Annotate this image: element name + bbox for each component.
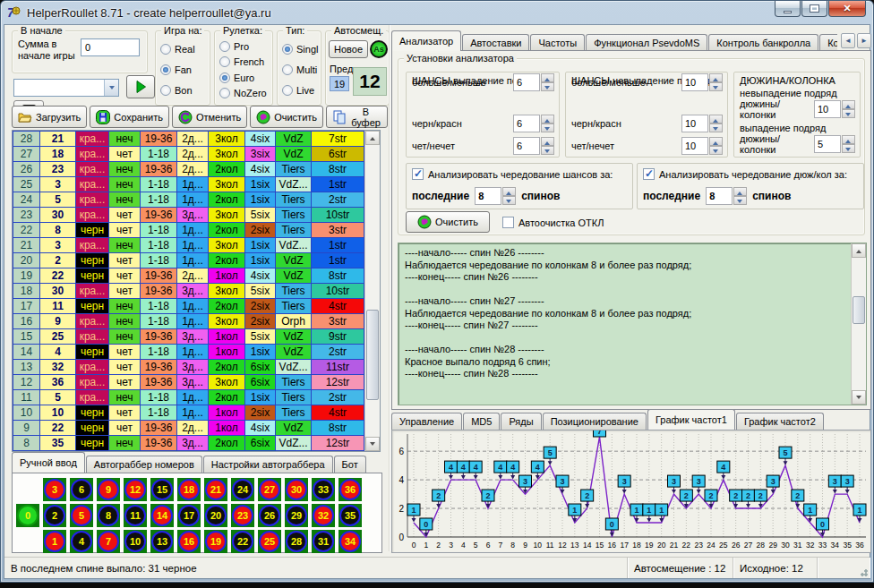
spinner[interactable]: 10 (681, 73, 723, 91)
num-button-16[interactable]: 16 (177, 530, 201, 553)
tab-functional-psevdoms[interactable]: Функционал PsevdoMS (586, 34, 707, 51)
spinner-down-icon[interactable] (709, 82, 723, 91)
autoshift-as-button[interactable]: As (370, 40, 388, 58)
num-button-33[interactable]: 33 (312, 478, 335, 501)
alt-dozens-checkbox[interactable] (643, 168, 655, 180)
num-button-28[interactable]: 28 (285, 530, 308, 553)
spinner-up-icon[interactable] (709, 73, 723, 82)
vertical-splitter[interactable] (389, 25, 390, 551)
num-button-18[interactable]: 18 (177, 478, 201, 501)
num-button-11[interactable]: 11 (124, 504, 147, 527)
load-button[interactable]: Загрузить (12, 106, 87, 128)
radio-dot[interactable] (219, 41, 230, 52)
spinner-value[interactable]: 6 (513, 73, 540, 91)
spin-row-26[interactable]: 2623кра...неч19-362д...2кол4sixTiers8str (13, 162, 364, 177)
num-button-35[interactable]: 35 (338, 504, 362, 527)
alt-chances-checkbox[interactable] (412, 168, 424, 180)
spinner-value[interactable]: 6 (513, 137, 540, 155)
tab-rows[interactable]: Ряды (501, 413, 541, 430)
copy-buffer-button[interactable]: В буфер (326, 106, 388, 128)
titlebar[interactable]: 7 HelperRoullet 8.71 - create helperroul… (1, 1, 873, 24)
tab-scroll-left[interactable]: ◄ (841, 33, 855, 48)
num-button-4[interactable]: 4 (70, 530, 93, 553)
spinner-down-icon[interactable] (733, 196, 747, 205)
num-button-22[interactable]: 22 (231, 530, 254, 553)
num-button-1[interactable]: 1 (43, 530, 66, 553)
spinner-up-icon[interactable] (842, 100, 855, 109)
spinner[interactable]: 5 (814, 135, 855, 153)
clear-log-button[interactable]: Очистить (406, 211, 490, 233)
spinner-down-icon[interactable] (842, 109, 855, 118)
num-button-32[interactable]: 32 (312, 504, 335, 527)
tab-bot[interactable]: Бот (334, 456, 366, 473)
spinner-value[interactable]: 10 (681, 115, 708, 132)
spinner-up-icon[interactable] (842, 135, 855, 144)
tab-frequencies[interactable]: Частоты (530, 34, 585, 51)
num-button-20[interactable]: 20 (204, 504, 227, 527)
radio-pro[interactable]: Pro (219, 41, 270, 52)
num-button-9[interactable]: 9 (97, 478, 120, 501)
radio-dot[interactable] (219, 56, 230, 67)
spin-row-12[interactable]: 1236кра...чет19-363д...3кол6sixTiers12st… (13, 375, 364, 390)
num-button-13[interactable]: 13 (150, 530, 174, 553)
radio-bon[interactable]: Bon (160, 85, 208, 96)
spin-row-22[interactable]: 228чернчет1-181д...2кол2sixTiers3str (13, 223, 364, 238)
spin-row-23[interactable]: 2330кра...чет19-363д...3кол5sixTiers10st… (13, 208, 364, 223)
radio-multi[interactable]: Multi (282, 64, 319, 75)
radio-dot[interactable] (160, 85, 171, 96)
num-button-8[interactable]: 8 (97, 504, 120, 527)
spin-row-25[interactable]: 253кра...неч1-181д...3кол1sixVdZ...1str (13, 177, 364, 192)
spin-row-10[interactable]: 1010чернчет1-181д...1кол2sixTiers4str (13, 405, 364, 421)
session-combo[interactable] (13, 79, 119, 97)
resize-grip[interactable] (857, 566, 868, 576)
num-button-26[interactable]: 26 (258, 504, 281, 527)
spinner-up-icon[interactable] (541, 115, 554, 124)
spinner[interactable]: 6 (513, 115, 554, 132)
radio-dot[interactable] (282, 64, 293, 75)
spin-row-21[interactable]: 213кра...неч1-181д...3кол1sixVdZ...1str (13, 238, 364, 253)
radio-dot[interactable] (219, 88, 230, 98)
radio-euro[interactable]: Euro (219, 72, 270, 83)
save-button[interactable]: Сохранить (90, 106, 169, 128)
tab-analyzer[interactable]: Анализатор (391, 30, 461, 51)
spinner-down-icon[interactable] (502, 196, 516, 205)
spin-row-8[interactable]: 835черннеч19-363д...2кол6sixVdZ...12str (13, 436, 364, 451)
spinner[interactable]: 10 (681, 137, 723, 155)
num-button-10[interactable]: 10 (124, 530, 147, 553)
spinner[interactable]: 6 (513, 73, 554, 91)
tab-autograbber-settings[interactable]: Настройки автограббера (203, 456, 333, 473)
spin-row-18[interactable]: 1830кра...чет19-363д...3кол5sixTiers10st… (13, 284, 364, 299)
num-button-0[interactable]: 0 (16, 504, 39, 527)
spinner[interactable]: 10 (681, 115, 723, 132)
scroll-down-icon[interactable] (365, 437, 380, 451)
radio-dot[interactable] (160, 44, 171, 55)
spin-row-14[interactable]: 144чернчет1-181д...1кол1sixVdZ2str (13, 345, 364, 360)
table-scrollbar[interactable] (364, 131, 380, 451)
radio-dot[interactable] (282, 44, 293, 55)
spin-row-28[interactable]: 2821кра...неч19-362д...3кол4sixVdZ7str (13, 132, 364, 147)
spinner-up-icon[interactable] (541, 137, 554, 146)
spinner[interactable]: 10 (814, 100, 855, 118)
num-button-14[interactable]: 14 (150, 504, 174, 527)
spinner-up-icon[interactable] (541, 73, 554, 82)
spinner[interactable]: 6 (513, 137, 554, 155)
scroll-down-icon[interactable] (852, 390, 866, 405)
spin-row-19[interactable]: 1922чернчет19-362д...1кол4sixVdZ8str (13, 268, 364, 284)
num-button-19[interactable]: 19 (204, 530, 227, 553)
close-button[interactable]: ✕ (828, 1, 866, 17)
num-button-5[interactable]: 5 (70, 504, 93, 527)
num-button-6[interactable]: 6 (70, 478, 93, 501)
spin-row-20[interactable]: 202чернчет1-181д...2кол1sixVdZ1str (13, 253, 364, 268)
spinner-down-icon[interactable] (709, 146, 723, 155)
tab-freq-chart2[interactable]: График частот2 (736, 413, 824, 430)
scrollbar-thumb[interactable] (366, 310, 379, 399)
radio-real[interactable]: Real (160, 44, 208, 55)
tab-positioning[interactable]: Позиционирование (543, 413, 647, 430)
clear-button[interactable]: Очистить (250, 106, 323, 128)
radio-nozero[interactable]: NoZero (219, 88, 270, 98)
undo-button[interactable]: Отменить (172, 106, 247, 128)
tab-bankroll-control[interactable]: Контроль банкролла (708, 34, 818, 51)
num-button-2[interactable]: 2 (43, 504, 66, 527)
spinner-down-icon[interactable] (541, 124, 554, 132)
tab-scroll-right[interactable]: ► (857, 33, 871, 48)
